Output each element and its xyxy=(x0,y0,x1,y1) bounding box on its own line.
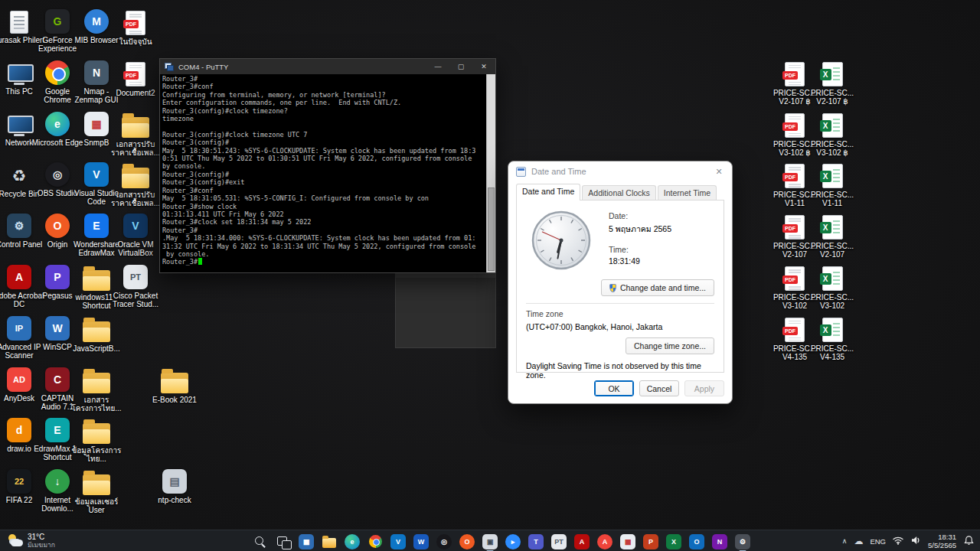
taskbar-snmpb[interactable]: ▦ xyxy=(616,532,639,551)
excel-file-icon: X xyxy=(822,266,843,291)
app-icon: W xyxy=(45,316,70,341)
maximize-button[interactable]: ▢ xyxy=(449,59,472,74)
app-icon: AD xyxy=(7,367,31,392)
weather-temperature: 31°C xyxy=(28,533,55,541)
pdf-file-icon: PDF xyxy=(785,164,805,188)
taskbar-edge[interactable]: e xyxy=(341,532,364,551)
desktop-icon-document2[interactable]: PDFDocument2 xyxy=(109,60,162,97)
app-icon: ⚙ xyxy=(7,214,31,238)
tab-date-and-time[interactable]: Date and Time xyxy=(516,184,580,201)
desktop-icon-price-sc-v3-102[interactable]: XPRICE-SC... V3-102 ฿ xyxy=(806,112,858,157)
taskbar-anydesk[interactable]: A xyxy=(593,532,616,551)
desktop-icon-javascriptb[interactable]: JavaScriptB... xyxy=(70,316,122,353)
language-indicator[interactable]: ENG xyxy=(870,537,886,546)
excel-file-icon: X xyxy=(822,164,843,188)
desktop-icon-item[interactable]: PDFในปัจจุบัน xyxy=(109,9,162,46)
folder-icon xyxy=(83,373,110,393)
taskbar-origin[interactable]: O xyxy=(456,532,479,551)
taskbar-start[interactable] xyxy=(226,532,249,551)
weather-widget[interactable]: 31°C มีเมฆมาก xyxy=(2,530,61,551)
excel-file-icon: X xyxy=(822,215,843,240)
folder-icon xyxy=(83,423,110,444)
apply-button[interactable]: Apply xyxy=(684,380,724,396)
taskbar-chrome[interactable] xyxy=(364,532,387,551)
network-icon[interactable] xyxy=(893,534,903,548)
change-time-zone-button[interactable]: Change time zone... xyxy=(626,337,714,354)
taskbar-acrobat[interactable]: A xyxy=(570,532,593,551)
taskbar-teams[interactable]: T xyxy=(524,532,547,551)
taskbar-widgets[interactable]: ▦ xyxy=(295,532,318,551)
tab-internet-time[interactable]: Internet Time xyxy=(658,185,717,201)
desktop-icon-price-sc-v2-107[interactable]: XPRICE-SC... V2-107 xyxy=(806,214,858,259)
desktop-icon-e-book-2021[interactable]: E-Book 2021 xyxy=(149,367,201,404)
close-button[interactable]: ✕ xyxy=(472,59,495,74)
clock[interactable]: 18:31 5/5/2565 xyxy=(928,533,956,549)
excel-file-icon: X xyxy=(822,318,843,342)
onedrive-icon[interactable]: ☁ xyxy=(854,536,863,546)
taskbar-zoom[interactable]: ▸ xyxy=(501,532,524,551)
change-date-time-label: Change date and time... xyxy=(620,283,706,292)
putty-window-title: COM4 - PuTTY xyxy=(178,63,228,71)
taskbar-outlook[interactable]: O xyxy=(685,532,708,551)
taskbar-obs-studio[interactable]: ◎ xyxy=(433,532,456,551)
minimize-button[interactable]: — xyxy=(426,59,449,74)
putty-titlebar[interactable]: COM4 - PuTTY — ▢ ✕ xyxy=(160,59,495,74)
app-icon: ↓ xyxy=(45,469,70,494)
app-icon: E xyxy=(45,418,70,442)
anydesk-icon: A xyxy=(597,534,612,549)
volume-icon[interactable] xyxy=(910,534,921,548)
ok-button[interactable]: OK xyxy=(594,380,634,396)
taskbar-packet-tracer[interactable]: PT xyxy=(547,532,570,551)
desktop-icon-item[interactable]: ข้อมูลโครงการไทย... xyxy=(70,418,122,463)
dialog-close-icon[interactable]: ✕ xyxy=(706,161,732,181)
app-icon: V xyxy=(123,214,148,238)
desktop-icon-price-sc-v2-107[interactable]: XPRICE-SC... V2-107 ฿ xyxy=(806,60,858,106)
taskbar-file-explorer[interactable] xyxy=(318,532,341,551)
desktop-icon-price-sc-v3-102[interactable]: XPRICE-SC... V3-102 xyxy=(806,265,858,310)
taskbar-task-view[interactable] xyxy=(272,532,295,551)
folder-icon xyxy=(161,373,188,393)
desktop-icon-price-sc-v1-11[interactable]: XPRICE-SC... V1-11 xyxy=(806,162,858,207)
tray-expand-chevron-icon[interactable]: ∧ xyxy=(842,537,848,545)
pdf-file-icon: PDF xyxy=(785,113,805,138)
taskbar-settings[interactable]: ⚙ xyxy=(731,532,754,551)
change-date-time-button[interactable]: Change date and time... xyxy=(601,279,714,296)
desktop-icon-cisco-packet-tracer-stud[interactable]: PTCisco Packet Tracer Stud... xyxy=(109,265,162,308)
taskbar: 31°C มีเมฆมาก ▦eVW◎O▣▸TPTAA▦PXON⚙ ∧ ☁ EN… xyxy=(0,530,980,551)
taskbar-onenote[interactable]: N xyxy=(708,532,731,551)
computer-icon xyxy=(7,116,31,136)
dialog-titlebar[interactable]: Date and Time ✕ xyxy=(508,161,732,181)
terminal-output[interactable]: Router_3# Router_3#conf Configuring from… xyxy=(162,75,485,272)
excel-icon: X xyxy=(666,534,681,549)
desktop-icon-label: Document2 xyxy=(109,89,162,97)
desktop-icon-item[interactable]: เอกสารปรับราคาเชื้อเพล... xyxy=(109,162,162,207)
desktop-icon-label: PRICE-SC... V2-107 xyxy=(806,242,858,259)
taskbar-search[interactable] xyxy=(249,532,272,551)
desktop-icon-price-sc-v4-135[interactable]: XPRICE-SC... V4-135 xyxy=(806,316,858,361)
taskbar-putty[interactable]: ▣ xyxy=(479,532,501,551)
outlook-icon: O xyxy=(689,534,704,549)
taskbar-excel[interactable]: X xyxy=(662,532,685,551)
desktop-icon-label: PRICE-SC... V3-102 xyxy=(806,293,858,310)
taskbar-word[interactable]: W xyxy=(410,532,433,551)
tab-additional-clocks[interactable]: Additional Clocks xyxy=(582,185,656,201)
taskbar-vscode[interactable]: V xyxy=(387,532,410,551)
desktop-icon-label: เอกสารปรับราคาเชื้อเพล... xyxy=(109,140,162,157)
putty-scrollbar[interactable] xyxy=(486,74,495,272)
taskbar-powerpoint[interactable]: P xyxy=(639,532,662,551)
desktop-icon-oracle-vm-virtualbox[interactable]: VOracle VM VirtualBox xyxy=(109,214,162,257)
analog-clock xyxy=(526,207,596,275)
word-icon: W xyxy=(413,534,429,549)
desktop-icon-item[interactable]: เอกสารปรับราคาเชื้อเพล... xyxy=(109,112,162,157)
desktop-icon-ntp-check[interactable]: ▤ntp-check xyxy=(149,469,201,504)
putty-terminal-area: Router_3# Router_3#conf Configuring from… xyxy=(160,74,495,272)
system-tray: ∧ ☁ ENG 18:31 5/5/2565 xyxy=(842,530,975,551)
excel-file-icon: X xyxy=(822,113,843,138)
tray-date: 5/5/2565 xyxy=(928,541,956,549)
notification-bell-icon[interactable] xyxy=(963,535,975,547)
cancel-button[interactable]: Cancel xyxy=(639,380,679,396)
putty-scrollbar-thumb[interactable] xyxy=(488,187,495,271)
desktop-icon-item[interactable]: เอกสารโครงการไทย... xyxy=(70,367,122,412)
desktop-icon-user[interactable]: ข้อมูลเลเซอร์ User xyxy=(70,469,122,514)
time-label: Time: xyxy=(609,245,714,254)
